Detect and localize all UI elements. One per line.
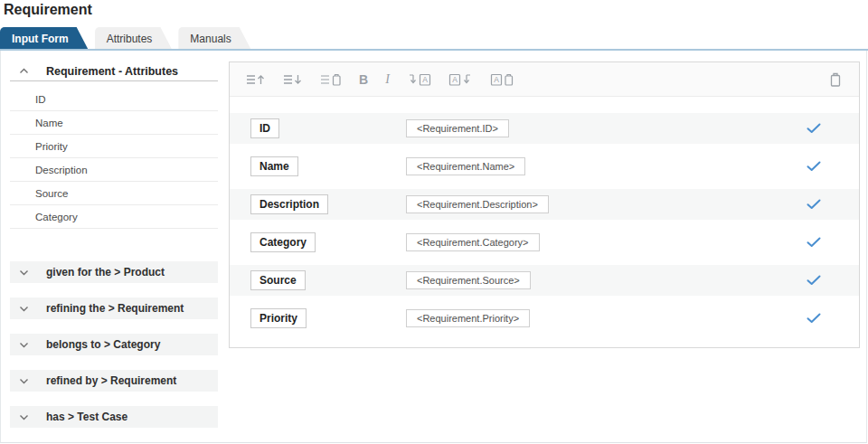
field-value-box[interactable]: <Requirement.Name> xyxy=(406,157,525,175)
attribute-label: Category xyxy=(35,212,78,222)
form-row: Description <Requirement.Description> xyxy=(230,189,859,220)
page-title: Requirement xyxy=(4,2,92,18)
collapsed-section-header[interactable]: refined by > Requirement xyxy=(10,370,218,392)
collapsed-section-label: given for the > Product xyxy=(46,266,165,279)
field-label-box[interactable]: Priority xyxy=(250,308,307,328)
attribute-list: ID Name Priority Description xyxy=(10,88,218,229)
svg-text:A: A xyxy=(452,75,458,84)
collapsed-section-label: refined by > Requirement xyxy=(46,374,176,387)
tab-label: Attributes xyxy=(107,33,153,45)
attribute-label: Name xyxy=(35,118,63,128)
form-row: Priority <Requirement.Priority> xyxy=(230,303,859,334)
svg-text:A: A xyxy=(494,75,499,84)
field-value-box[interactable]: <Requirement.ID> xyxy=(406,119,509,137)
collapsed-section-header[interactable]: belongs to > Category xyxy=(10,334,218,355)
collapsed-section-header[interactable]: has > Test Case xyxy=(10,406,218,428)
attribute-label: Source xyxy=(35,188,68,199)
form-row: Category <Requirement.Category> xyxy=(230,227,859,258)
sidebar-attribute-item[interactable]: Description xyxy=(10,158,218,182)
page: Requirement Input Form Attributes Manual… xyxy=(0,0,868,444)
check-icon xyxy=(807,313,821,324)
field-label-box[interactable]: Category xyxy=(250,232,316,252)
sidebar-section-title: Requirement - Attributes xyxy=(46,65,178,78)
form-rows: ID <Requirement.ID> Name <Requirement.Na… xyxy=(230,113,859,334)
form-row: Source <Requirement.Source> xyxy=(230,265,859,296)
check-icon xyxy=(807,161,821,172)
sidebar-attribute-item[interactable]: Name xyxy=(10,111,218,135)
field-value-box[interactable]: <Requirement.Description> xyxy=(406,195,549,213)
tab-label: Input Form xyxy=(12,33,69,45)
italic-icon[interactable]: I xyxy=(385,72,390,87)
chevron-up-icon xyxy=(19,68,29,74)
collapsed-section-label: has > Test Case xyxy=(46,411,127,423)
attribute-label: ID xyxy=(35,94,46,105)
sidebar-attribute-item[interactable]: Source xyxy=(10,182,218,205)
insert-label-start-icon[interactable]: A xyxy=(407,72,431,87)
check-icon xyxy=(807,123,821,134)
chevron-down-icon xyxy=(19,269,29,276)
field-label-box[interactable]: ID xyxy=(250,118,279,138)
attribute-label: Description xyxy=(35,165,88,175)
bold-icon[interactable]: B xyxy=(359,72,368,87)
content-area: Requirement - Attributes ID Name Priorit… xyxy=(0,51,867,443)
svg-text:A: A xyxy=(422,75,428,84)
delete-row-icon[interactable] xyxy=(320,72,342,87)
tab[interactable]: Input Form xyxy=(0,27,89,50)
sidebar-attribute-item[interactable]: Priority xyxy=(10,135,218,158)
insert-label-end-icon[interactable]: A xyxy=(448,72,473,87)
chevron-down-icon xyxy=(19,414,29,420)
delete-icon[interactable] xyxy=(828,71,843,88)
sidebar-attribute-item[interactable]: ID xyxy=(10,88,218,111)
relation-section-list: given for the > Product refining the > R… xyxy=(10,261,218,428)
check-icon xyxy=(807,199,821,210)
form-toolbar: B I A A xyxy=(230,62,859,97)
field-label-box[interactable]: Source xyxy=(250,270,306,290)
sidebar-section-requirement-attributes[interactable]: Requirement - Attributes xyxy=(10,61,218,81)
collapsed-section-header[interactable]: given for the > Product xyxy=(10,261,218,283)
move-row-down-icon[interactable] xyxy=(283,72,303,87)
delete-label-icon[interactable]: A xyxy=(490,72,514,87)
sidebar: Requirement - Attributes ID Name Priorit… xyxy=(10,61,218,442)
sidebar-attribute-item[interactable]: Category xyxy=(10,205,218,229)
check-icon xyxy=(807,275,821,286)
form-row: Name <Requirement.Name> xyxy=(230,151,859,182)
field-value-box[interactable]: <Requirement.Source> xyxy=(406,271,531,289)
collapsed-section-label: belongs to > Category xyxy=(46,338,160,351)
collapsed-section-header[interactable]: refining the > Requirement xyxy=(10,298,218,319)
field-label-box[interactable]: Description xyxy=(250,194,328,214)
field-label-box[interactable]: Name xyxy=(250,156,298,176)
attribute-label: Priority xyxy=(35,141,68,152)
form-designer-panel: B I A A xyxy=(229,61,860,348)
collapsed-section-label: refining the > Requirement xyxy=(46,302,184,315)
move-row-up-icon[interactable] xyxy=(246,72,266,87)
tab-bar: Input Form Attributes Manuals xyxy=(0,27,258,50)
field-value-box[interactable]: <Requirement.Priority> xyxy=(406,309,530,327)
chevron-down-icon xyxy=(19,342,29,348)
tab[interactable]: Manuals xyxy=(178,27,250,50)
tab[interactable]: Attributes xyxy=(95,27,173,50)
field-value-box[interactable]: <Requirement.Category> xyxy=(406,233,540,251)
chevron-down-icon xyxy=(19,306,29,312)
check-icon xyxy=(807,237,821,248)
form-row: ID <Requirement.ID> xyxy=(230,113,859,144)
tab-label: Manuals xyxy=(190,33,231,45)
chevron-down-icon xyxy=(19,378,29,384)
